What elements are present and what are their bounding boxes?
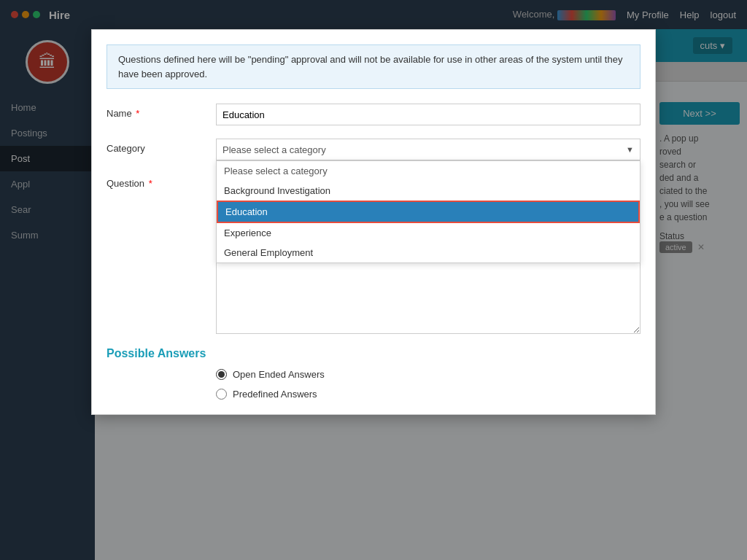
category-label: Category xyxy=(107,139,216,154)
possible-answers-title: Possible Answers xyxy=(107,347,640,360)
name-input[interactable] xyxy=(216,104,640,125)
dropdown-item-background[interactable]: Background Investigation xyxy=(217,181,640,201)
category-wrapper: Please select a category ▼ Please select… xyxy=(216,139,640,160)
possible-answers-section: Possible Answers Open Ended Answers Pred… xyxy=(107,347,640,400)
dropdown-item-general[interactable]: General Employment xyxy=(217,243,640,262)
predefined-option[interactable]: Predefined Answers xyxy=(216,389,640,400)
question-required-marker: * xyxy=(149,178,152,189)
dropdown-item-education[interactable]: Education xyxy=(217,201,640,223)
category-select[interactable]: Please select a category ▼ xyxy=(216,139,640,160)
category-dropdown-list: Please select a category Background Inve… xyxy=(216,160,640,263)
open-ended-label: Open Ended Answers xyxy=(233,369,325,380)
dropdown-item-placeholder[interactable]: Please select a category xyxy=(217,161,640,181)
name-form-group: Name * xyxy=(107,104,640,125)
modal-dialog: Questions defined here will be "pending"… xyxy=(91,29,656,415)
question-label: Question * xyxy=(107,174,216,189)
dropdown-item-experience[interactable]: Experience xyxy=(217,223,640,243)
category-form-group: Category Please select a category ▼ Plea… xyxy=(107,139,640,160)
open-ended-option[interactable]: Open Ended Answers xyxy=(216,369,640,380)
open-ended-radio[interactable] xyxy=(216,369,227,380)
answer-options-group: Open Ended Answers Predefined Answers xyxy=(216,369,640,400)
predefined-radio[interactable] xyxy=(216,389,227,400)
dropdown-arrow-icon: ▼ xyxy=(626,145,634,154)
name-label: Name * xyxy=(107,104,216,119)
notice-box: Questions defined here will be "pending"… xyxy=(107,44,640,89)
name-required-marker: * xyxy=(136,108,139,119)
predefined-label: Predefined Answers xyxy=(233,389,317,400)
category-selected-text: Please select a category xyxy=(222,144,326,155)
